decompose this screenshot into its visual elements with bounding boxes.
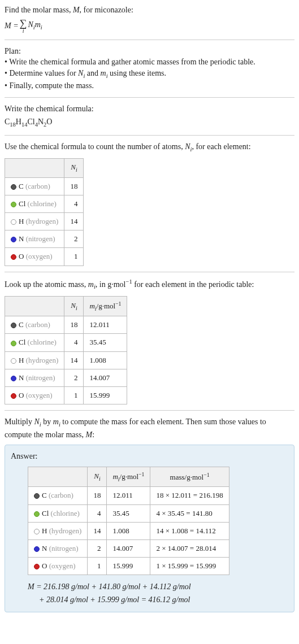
intro-section: Find the molar mass, M, for miconazole: … bbox=[5, 5, 294, 34]
find-suffix: , for miconazole: bbox=[80, 6, 133, 14]
hydrogen-dot-icon bbox=[34, 529, 40, 534]
divider bbox=[5, 272, 294, 272]
header-mi: mi/g·mol−1 bbox=[84, 296, 127, 316]
table-row: Cl (chlorine) 4 bbox=[5, 195, 84, 212]
count-table: Ni C (carbon) 18 Cl (chlorine) 4 H (hydr… bbox=[5, 158, 84, 266]
plan-item-1: • Write the chemical formula and gather … bbox=[5, 56, 294, 68]
ni-cell: 2 bbox=[64, 369, 84, 386]
mi-cell: 14.007 bbox=[84, 369, 127, 386]
carbon-dot-icon bbox=[34, 493, 40, 499]
ni-cell: 4 bbox=[88, 504, 107, 522]
mass-cell: 4 × 35.45 = 141.80 bbox=[150, 504, 229, 522]
element-cell: H (hydrogen) bbox=[28, 522, 88, 539]
formula-lhs: M = bbox=[5, 20, 19, 32]
table-row: Cl (chlorine) 4 35.45 bbox=[5, 334, 127, 351]
hydrogen-dot-icon bbox=[11, 358, 16, 364]
ni-cell: 18 bbox=[64, 316, 84, 334]
ni-cell: 14 bbox=[88, 522, 107, 539]
formula-rhs: Nimi bbox=[28, 19, 42, 32]
mass-section: Look up the atomic mass, mi, in g·mol−1 … bbox=[5, 278, 294, 405]
table-header-row: Ni bbox=[5, 159, 84, 177]
element-cell: O (oxygen) bbox=[28, 558, 88, 575]
ni-cell: 2 bbox=[64, 230, 84, 248]
element-cell: N (nitrogen) bbox=[5, 230, 64, 248]
mass-cell: 2 × 14.007 = 28.014 bbox=[150, 540, 229, 558]
element-cell: C (carbon) bbox=[5, 177, 64, 195]
carbon-dot-icon bbox=[11, 184, 16, 190]
final-line-1: M = 216.198 g/mol + 141.80 g/mol + 14.11… bbox=[28, 581, 288, 593]
table-row: H (hydrogen) 14 1.008 14 × 1.008 = 14.11… bbox=[28, 522, 229, 539]
table-row: O (oxygen) 1 bbox=[5, 248, 84, 266]
table-row: C (carbon) 18 12.011 bbox=[5, 316, 127, 334]
multiply-text: Multiply Ni by mi to compute the mass fo… bbox=[5, 416, 294, 440]
element-cell: H (hydrogen) bbox=[5, 213, 64, 230]
divider bbox=[5, 135, 294, 136]
find-text: Find the molar mass, bbox=[5, 6, 73, 14]
mi-cell: 14.007 bbox=[107, 540, 150, 558]
table-row: H (hydrogen) 14 1.008 bbox=[5, 351, 127, 369]
divider bbox=[5, 410, 294, 411]
count-section: Use the chemical formula to count the nu… bbox=[5, 141, 294, 266]
oxygen-dot-icon bbox=[11, 254, 16, 260]
element-cell: Cl (chlorine) bbox=[5, 195, 64, 212]
chem-formula-section: Write the chemical formula: C18H14Cl4N2O bbox=[5, 103, 294, 129]
plan-item-2: • Determine values for Ni and mi using t… bbox=[5, 68, 294, 80]
table-row: N (nitrogen) 2 14.007 bbox=[5, 369, 127, 386]
mass-cell: 1 × 15.999 = 15.999 bbox=[150, 558, 229, 575]
mi-cell: 15.999 bbox=[107, 558, 150, 575]
mi-cell: 35.45 bbox=[107, 504, 150, 522]
mass-table: Ni mi/g·mol−1 C (carbon) 18 12.011 Cl (c… bbox=[5, 296, 127, 405]
header-ni: Ni bbox=[64, 159, 84, 177]
table-row: Cl (chlorine) 4 35.45 4 × 35.45 = 141.80 bbox=[28, 504, 229, 522]
ni-cell: 18 bbox=[64, 177, 84, 195]
hydrogen-dot-icon bbox=[11, 219, 16, 225]
chlorine-dot-icon bbox=[11, 341, 16, 346]
molar-mass-formula: M = ∑ i Nimi bbox=[5, 18, 294, 34]
chem-formula: C18H14Cl4N2O bbox=[5, 116, 294, 129]
find-var: M bbox=[73, 6, 80, 14]
divider bbox=[5, 40, 294, 40]
multiply-section: Multiply Ni by mi to compute the mass fo… bbox=[5, 416, 294, 440]
header-empty bbox=[28, 467, 88, 487]
nitrogen-dot-icon bbox=[11, 237, 16, 242]
header-mass: mass/g·mol−1 bbox=[150, 467, 229, 487]
sigma-wrap: ∑ i bbox=[20, 18, 27, 34]
element-cell: Cl (chlorine) bbox=[28, 504, 88, 522]
header-empty bbox=[5, 296, 64, 316]
element-cell: C (carbon) bbox=[28, 487, 88, 504]
table-row: H (hydrogen) 14 bbox=[5, 213, 84, 230]
mi-cell: 1.008 bbox=[84, 351, 127, 369]
sigma-icon: ∑ bbox=[20, 18, 27, 28]
mi-cell: 35.45 bbox=[84, 334, 127, 351]
mass-text: Look up the atomic mass, mi, in g·mol−1 … bbox=[5, 278, 294, 291]
header-ni: Ni bbox=[64, 296, 84, 316]
mi-cell: 1.008 bbox=[107, 522, 150, 539]
element-cell: N (nitrogen) bbox=[28, 540, 88, 558]
element-cell: Cl (chlorine) bbox=[5, 334, 64, 351]
ni-cell: 14 bbox=[64, 351, 84, 369]
count-text: Use the chemical formula to count the nu… bbox=[5, 141, 294, 154]
final-line-2: + 28.014 g/mol + 15.999 g/mol = 416.12 g… bbox=[39, 594, 288, 606]
ni-cell: 4 bbox=[64, 334, 84, 351]
table-row: N (nitrogen) 2 14.007 2 × 14.007 = 28.01… bbox=[28, 540, 229, 558]
answer-table: Ni mi/g·mol−1 mass/g·mol−1 C (carbon) 18… bbox=[28, 467, 229, 576]
answer-box: Answer: Ni mi/g·mol−1 mass/g·mol−1 C (ca… bbox=[5, 445, 294, 612]
ni-cell: 1 bbox=[64, 387, 84, 404]
header-empty bbox=[5, 159, 64, 177]
header-ni: Ni bbox=[88, 467, 107, 487]
nitrogen-dot-icon bbox=[34, 546, 40, 552]
plan-section: Plan: • Write the chemical formula and g… bbox=[5, 46, 294, 92]
answer-label: Answer: bbox=[11, 451, 288, 462]
plan-title: Plan: bbox=[5, 46, 294, 57]
table-row: O (oxygen) 1 15.999 bbox=[5, 387, 127, 404]
divider bbox=[5, 97, 294, 98]
oxygen-dot-icon bbox=[34, 564, 40, 569]
chem-formula-title: Write the chemical formula: bbox=[5, 103, 294, 115]
ni-cell: 2 bbox=[88, 540, 107, 558]
intro-text: Find the molar mass, M, for miconazole: bbox=[5, 5, 294, 16]
final-molar-mass: M = 216.198 g/mol + 141.80 g/mol + 14.11… bbox=[28, 581, 288, 606]
sigma-sub: i bbox=[23, 28, 24, 34]
ni-cell: 1 bbox=[64, 248, 84, 266]
table-row: N (nitrogen) 2 bbox=[5, 230, 84, 248]
table-header-row: Ni mi/g·mol−1 mass/g·mol−1 bbox=[28, 467, 229, 487]
